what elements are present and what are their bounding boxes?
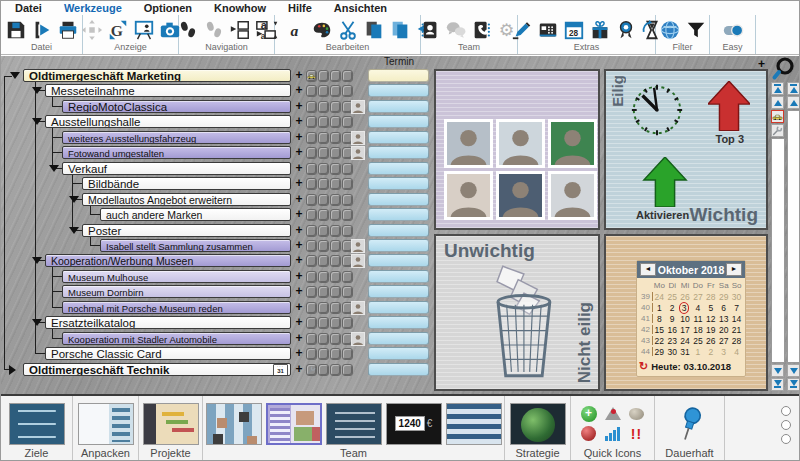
grid-cell[interactable]: [318, 101, 329, 113]
climber-icon[interactable]: [604, 405, 622, 423]
grid-cell[interactable]: [342, 348, 353, 360]
grid-cell[interactable]: [318, 348, 329, 360]
add-subnode-button[interactable]: +: [293, 193, 305, 206]
calendar-day[interactable]: 10: [679, 314, 692, 324]
calendar-day[interactable]: 12: [704, 314, 717, 324]
toggle-icon[interactable]: [721, 18, 745, 42]
add-subnode-button[interactable]: +: [293, 224, 305, 237]
scroll-top-button[interactable]: [771, 82, 784, 95]
calendar-28-icon[interactable]: 28: [562, 18, 586, 42]
pushpin-icon[interactable]: [677, 405, 703, 443]
top3-arrow-icon[interactable]: [708, 81, 750, 131]
calendar-day[interactable]: 31: [679, 347, 692, 357]
add-subnode-button[interactable]: +: [293, 363, 305, 376]
cut-icon[interactable]: [336, 18, 360, 42]
calendar-day[interactable]: 17: [679, 325, 692, 335]
move-icon[interactable]: [80, 18, 104, 42]
calendar-day[interactable]: 9: [666, 314, 679, 324]
calendar-next-button[interactable]: ►: [726, 263, 742, 276]
calendar-day[interactable]: 28: [704, 292, 717, 302]
grid-cell[interactable]: [342, 209, 353, 221]
calendar-day[interactable]: 11: [692, 314, 705, 324]
scroll-track[interactable]: [771, 138, 785, 363]
calendar-day[interactable]: 4: [730, 347, 743, 357]
grid-cell[interactable]: [330, 225, 341, 237]
grid-cell[interactable]: [306, 101, 317, 113]
grid-cell[interactable]: [330, 255, 341, 267]
menu-item-knowhow[interactable]: Knowhow: [214, 2, 266, 14]
scroll-down-button[interactable]: [771, 364, 784, 377]
grid-cell[interactable]: [306, 163, 317, 175]
medal-icon[interactable]: [614, 18, 638, 42]
grid-cell[interactable]: [318, 255, 329, 267]
export-icon[interactable]: [30, 18, 54, 42]
grid-cell[interactable]: [342, 286, 353, 298]
calendar-day[interactable]: 5: [704, 303, 717, 313]
grid-cell[interactable]: [306, 348, 317, 360]
left-scrollbar[interactable]: [771, 82, 785, 392]
google-icon[interactable]: G: [106, 18, 130, 42]
team-member-photo[interactable]: [548, 171, 597, 220]
option-dot[interactable]: [781, 420, 791, 430]
grid-cell[interactable]: [318, 333, 329, 345]
grid-cell[interactable]: [330, 116, 341, 128]
grid-cell[interactable]: [318, 271, 329, 283]
grid-cell[interactable]: [330, 209, 341, 221]
team-member-photo[interactable]: [496, 171, 545, 220]
add-subnode-button[interactable]: +: [293, 208, 305, 221]
add-subnode-button[interactable]: +: [293, 146, 305, 159]
chat-icon[interactable]: [444, 18, 468, 42]
add-subnode-button[interactable]: +: [293, 131, 305, 144]
grid-cell[interactable]: [318, 163, 329, 175]
grid-cell[interactable]: [330, 85, 341, 97]
add-subnode-button[interactable]: +: [293, 100, 305, 113]
grid-cell[interactable]: [342, 163, 353, 175]
calendar-day[interactable]: 18: [692, 325, 705, 335]
menu-item-hilfe[interactable]: Hilfe: [288, 2, 312, 14]
grid-cell[interactable]: [330, 333, 341, 345]
grid-cell[interactable]: [330, 286, 341, 298]
add-subnode-button[interactable]: +: [293, 84, 305, 97]
globe-icon[interactable]: [658, 18, 682, 42]
calendar-day[interactable]: 13: [717, 314, 730, 324]
right-scrollbar[interactable]: [787, 82, 800, 392]
calendar-prev-button[interactable]: ◄: [640, 263, 656, 276]
grid-cell[interactable]: [318, 132, 329, 144]
grid-cell[interactable]: [330, 240, 341, 252]
grid-cell[interactable]: [342, 85, 353, 97]
add-subnode-button[interactable]: +: [293, 316, 305, 329]
footprints-icon[interactable]: [176, 18, 200, 42]
add-subnode-button[interactable]: +: [293, 239, 305, 252]
assignee-avatar[interactable]: [351, 131, 365, 145]
view-thumb-strategie[interactable]: [510, 403, 566, 445]
exclamation-icon[interactable]: !!: [628, 425, 646, 443]
assignee-avatar[interactable]: [351, 254, 365, 268]
window-expand-icon[interactable]: [228, 18, 252, 42]
wrench-marker-button[interactable]: [771, 124, 784, 137]
calendar-day[interactable]: 2: [666, 303, 679, 313]
termin-bar[interactable]: [368, 69, 429, 82]
termin-bar[interactable]: [368, 131, 429, 144]
termin-bar[interactable]: [368, 301, 429, 314]
calendar-day[interactable]: 3: [717, 347, 730, 357]
team-member-photo[interactable]: [444, 119, 493, 168]
car-icon[interactable]: [306, 70, 317, 82]
grid-cell[interactable]: [330, 271, 341, 283]
termin-bar[interactable]: [368, 224, 429, 237]
calendar-day[interactable]: 1: [653, 303, 666, 313]
plus-circle-icon[interactable]: +: [580, 405, 598, 423]
menu-item-datei[interactable]: Datei: [15, 2, 42, 14]
termin-bar[interactable]: [368, 332, 429, 345]
red-sphere-icon[interactable]: [580, 425, 598, 443]
calendar-day[interactable]: 8: [653, 314, 666, 324]
grid-cell[interactable]: [318, 240, 329, 252]
add-subnode-button[interactable]: +: [293, 332, 305, 345]
grid-cell[interactable]: [306, 333, 317, 345]
calendar-day[interactable]: 26: [679, 292, 692, 302]
termin-bar[interactable]: [368, 177, 429, 190]
wrench-icon[interactable]: [306, 364, 317, 376]
grid-cell[interactable]: [342, 225, 353, 237]
calendar-day[interactable]: 15: [653, 325, 666, 335]
trash-icon[interactable]: [474, 258, 570, 384]
team-member-photo[interactable]: [444, 171, 493, 220]
